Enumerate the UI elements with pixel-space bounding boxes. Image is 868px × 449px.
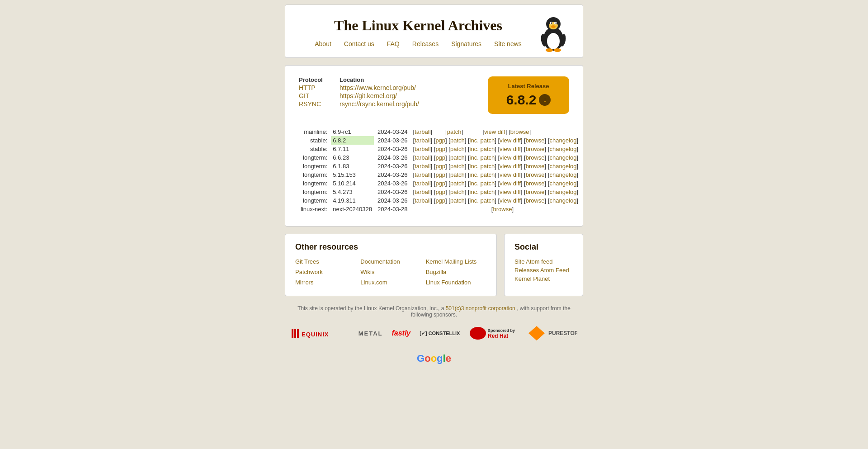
tarball-link[interactable]: tarball — [415, 197, 430, 204]
pgp-link[interactable]: pgp — [435, 171, 445, 178]
tarball-link[interactable]: tarball — [415, 180, 430, 187]
location-header: Location — [340, 76, 419, 83]
rsync-label[interactable]: RSYNC — [299, 100, 335, 108]
tarball-link[interactable]: tarball — [415, 189, 430, 195]
tarball-link[interactable]: tarball — [415, 163, 430, 170]
release-type: longterm: — [299, 153, 331, 162]
view-diff-link[interactable]: view diff — [500, 189, 521, 195]
mirrors-link[interactable]: Mirrors — [295, 279, 356, 286]
patch-link[interactable]: patch — [447, 128, 462, 135]
changelog-link[interactable]: changelog — [549, 137, 576, 144]
changelog-link[interactable]: changelog — [549, 154, 576, 161]
kernel-planet-link[interactable]: Kernel Planet — [514, 275, 573, 282]
http-label[interactable]: HTTP — [299, 84, 335, 91]
pgp-link[interactable]: pgp — [435, 180, 445, 187]
linux-foundation-link[interactable]: Linux Foundation — [426, 279, 486, 286]
view-diff-link[interactable]: view diff — [500, 180, 521, 187]
svg-rect-14 — [294, 329, 296, 338]
tarball-link[interactable]: tarball — [415, 137, 430, 144]
pgp-link[interactable]: pgp — [435, 154, 445, 161]
browse-link[interactable]: browse — [526, 163, 545, 170]
nav-contact[interactable]: Contact us — [344, 40, 374, 47]
patch-link[interactable]: patch — [450, 189, 465, 195]
changelog-link[interactable]: changelog — [549, 180, 576, 187]
changelog-link[interactable]: changelog — [549, 197, 576, 204]
changelog-link[interactable]: changelog — [549, 171, 576, 178]
svg-text:PURESTORAGE: PURESTORAGE — [548, 330, 577, 336]
browse-link[interactable]: browse — [526, 171, 545, 178]
patch-link[interactable]: patch — [450, 171, 465, 178]
view-diff-link[interactable]: view diff — [500, 154, 521, 161]
patch-link[interactable]: patch — [450, 137, 465, 144]
tarball-link[interactable]: tarball — [415, 146, 430, 152]
patch-link[interactable]: patch — [450, 146, 465, 152]
inc-patch-link[interactable]: inc. patch — [470, 197, 495, 204]
browse-link[interactable]: browse — [526, 197, 545, 204]
table-row: longterm: 6.6.23 2024-03-26 [tarball] [p… — [299, 153, 580, 162]
inc-patch-link[interactable]: inc. patch — [470, 180, 495, 187]
view-diff-link[interactable]: view diff — [500, 197, 521, 204]
release-version: 6.7.11 — [331, 145, 374, 153]
linux-com-link[interactable]: Linux.com — [360, 279, 421, 286]
pgp-link[interactable]: pgp — [435, 197, 445, 204]
inc-patch-link[interactable]: inc. patch — [470, 189, 495, 195]
view-diff-link[interactable]: view diff — [500, 171, 521, 178]
nonprofit-link[interactable]: 501(c)3 nonprofit corporation — [446, 305, 515, 312]
pgp-link[interactable]: pgp — [435, 163, 445, 170]
rsync-value[interactable]: rsync://rsync.kernel.org/pub/ — [340, 100, 419, 108]
svg-text:Sponsored by: Sponsored by — [488, 328, 515, 333]
release-type: longterm: — [299, 188, 331, 196]
nav-signatures[interactable]: Signatures — [451, 40, 481, 47]
browse-link[interactable]: browse — [493, 206, 512, 213]
inc-patch-link[interactable]: inc. patch — [470, 171, 495, 178]
nav-about[interactable]: About — [315, 40, 331, 47]
nav-sitenews[interactable]: Site news — [494, 40, 522, 47]
release-version: 6.8.2 — [331, 136, 374, 145]
browse-link[interactable]: browse — [526, 137, 545, 144]
tarball-link[interactable]: tarball — [415, 154, 430, 161]
browse-link[interactable]: browse — [526, 146, 545, 152]
patchwork-link[interactable]: Patchwork — [295, 269, 356, 275]
nav-faq[interactable]: FAQ — [387, 40, 400, 47]
wikis-link[interactable]: Wikis — [360, 269, 421, 275]
view-diff-link[interactable]: view diff — [500, 163, 521, 170]
view-diff-link[interactable]: view diff — [484, 128, 505, 135]
git-trees-link[interactable]: Git Trees — [295, 258, 356, 265]
social-section: Social Site Atom feed Releases Atom Feed… — [504, 234, 583, 296]
pgp-link[interactable]: pgp — [435, 137, 445, 144]
release-links: [tarball] [pgp] [patch] [inc. patch] [vi… — [411, 162, 580, 170]
bugzilla-link[interactable]: Bugzilla — [426, 269, 486, 275]
nav-releases[interactable]: Releases — [412, 40, 439, 47]
browse-link[interactable]: browse — [526, 180, 545, 187]
tarball-link[interactable]: tarball — [415, 171, 430, 178]
documentation-link[interactable]: Documentation — [360, 258, 421, 265]
release-version: 5.10.214 — [331, 179, 374, 188]
changelog-link[interactable]: changelog — [549, 189, 576, 195]
inc-patch-link[interactable]: inc. patch — [470, 137, 495, 144]
git-label[interactable]: GIT — [299, 92, 335, 99]
inc-patch-link[interactable]: inc. patch — [470, 163, 495, 170]
view-diff-link[interactable]: view diff — [500, 146, 521, 152]
inc-patch-link[interactable]: inc. patch — [470, 154, 495, 161]
patch-link[interactable]: patch — [450, 180, 465, 187]
changelog-link[interactable]: changelog — [549, 163, 576, 170]
browse-link[interactable]: browse — [526, 154, 545, 161]
kernel-mailing-lists-link[interactable]: Kernel Mailing Lists — [426, 258, 486, 265]
pgp-link[interactable]: pgp — [435, 189, 445, 195]
patch-link[interactable]: patch — [450, 197, 465, 204]
latest-release-badge[interactable]: Latest Release 6.8.2 ↓ — [488, 76, 569, 114]
changelog-link[interactable]: changelog — [549, 146, 576, 152]
release-date: 2024-03-26 — [374, 179, 411, 188]
patch-link[interactable]: patch — [450, 154, 465, 161]
browse-link[interactable]: browse — [526, 189, 545, 195]
site-atom-feed-link[interactable]: Site Atom feed — [514, 258, 573, 265]
view-diff-link[interactable]: view diff — [500, 137, 521, 144]
patch-link[interactable]: patch — [450, 163, 465, 170]
tarball-link[interactable]: tarball — [415, 128, 430, 135]
pgp-link[interactable]: pgp — [435, 146, 445, 152]
browse-link[interactable]: browse — [510, 128, 529, 135]
git-value[interactable]: https://git.kernel.org/ — [340, 92, 419, 99]
releases-atom-feed-link[interactable]: Releases Atom Feed — [514, 267, 573, 274]
http-value[interactable]: https://www.kernel.org/pub/ — [340, 84, 419, 91]
inc-patch-link[interactable]: inc. patch — [470, 146, 495, 152]
